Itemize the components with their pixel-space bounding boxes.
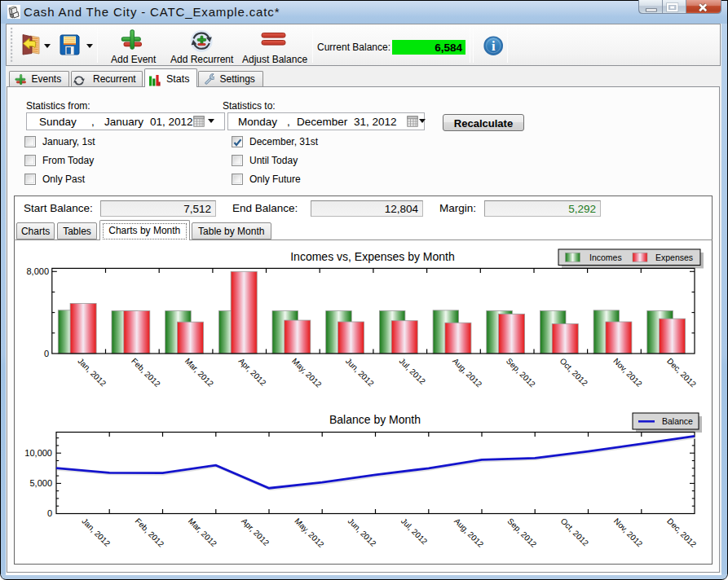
svg-text:Apr, 2012: Apr, 2012	[240, 516, 271, 547]
svg-text:Expenses: Expenses	[655, 253, 693, 262]
svg-text:5,000: 5,000	[29, 478, 52, 488]
svg-text:Jan, 2012: Jan, 2012	[76, 356, 108, 388]
svg-text:Incomes vs, Expenses by Month: Incomes vs, Expenses by Month	[290, 250, 455, 263]
svg-text:Oct, 2012: Oct, 2012	[558, 356, 590, 388]
svg-text:Feb, 2012: Feb, 2012	[130, 356, 162, 389]
svg-text:Balance by Month: Balance by Month	[329, 413, 421, 426]
svg-text:0: 0	[47, 508, 52, 518]
svg-text:Sep, 2012: Sep, 2012	[505, 356, 537, 389]
svg-text:Nov, 2012: Nov, 2012	[612, 516, 645, 549]
svg-text:0: 0	[44, 349, 49, 358]
svg-text:May, 2012: May, 2012	[290, 356, 324, 389]
svg-text:Oct, 2012: Oct, 2012	[559, 516, 591, 548]
svg-text:Aug, 2012: Aug, 2012	[452, 516, 485, 549]
svg-text:8,000: 8,000	[26, 266, 49, 276]
svg-text:Feb, 2012: Feb, 2012	[134, 516, 166, 549]
svg-text:10,000: 10,000	[24, 448, 52, 458]
svg-text:Mar, 2012: Mar, 2012	[187, 516, 219, 549]
svg-text:Sep, 2012: Sep, 2012	[505, 516, 538, 549]
svg-text:Jul, 2012: Jul, 2012	[399, 516, 430, 547]
svg-text:Dec, 2012: Dec, 2012	[665, 516, 698, 549]
svg-text:Jun, 2012: Jun, 2012	[344, 356, 376, 388]
svg-text:Jul, 2012: Jul, 2012	[397, 356, 427, 386]
svg-text:Jun, 2012: Jun, 2012	[346, 516, 378, 548]
svg-text:Incomes: Incomes	[589, 253, 622, 262]
svg-text:Jan, 2012: Jan, 2012	[80, 516, 112, 548]
svg-text:Dec, 2012: Dec, 2012	[665, 356, 698, 389]
svg-text:Mar, 2012: Mar, 2012	[183, 356, 216, 389]
svg-text:Apr, 2012: Apr, 2012	[236, 356, 267, 387]
svg-text:Nov, 2012: Nov, 2012	[611, 356, 644, 389]
svg-text:Balance: Balance	[662, 416, 693, 426]
svg-text:May, 2012: May, 2012	[293, 516, 326, 550]
svg-text:Aug, 2012: Aug, 2012	[451, 356, 483, 389]
